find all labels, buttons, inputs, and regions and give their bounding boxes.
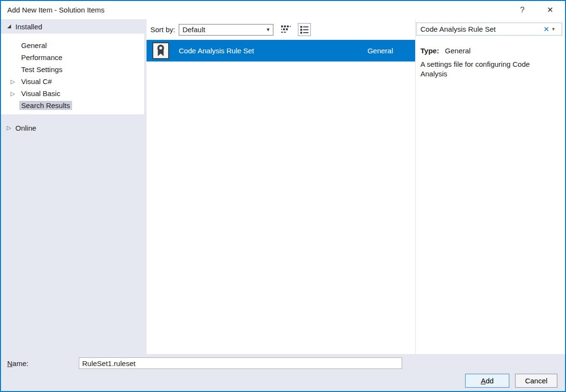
sidebar-item-visual-csharp[interactable]: ▷ Visual C#: [1, 75, 144, 87]
type-row: Type: General: [420, 47, 562, 55]
list-view-icon: [300, 25, 309, 34]
file-name-input[interactable]: [79, 357, 402, 369]
type-value: General: [445, 47, 470, 55]
footer-bar: Name: Add Cancel: [1, 354, 565, 391]
name-label-rest: ame:: [12, 359, 28, 368]
installed-label: Installed: [15, 23, 42, 31]
search-box: ✕ ▾: [416, 23, 562, 36]
collapsed-triangle-icon[interactable]: ▷: [7, 124, 13, 131]
list-view-button[interactable]: [298, 23, 311, 36]
sidebar-item-search-results[interactable]: Search Results: [1, 99, 144, 111]
sidebar-item-general[interactable]: General: [1, 39, 144, 51]
online-label: Online: [15, 124, 36, 132]
close-button[interactable]: ✕: [542, 4, 558, 16]
template-category-badge: General: [368, 47, 393, 55]
certificate-icon: [152, 42, 169, 59]
expanded-triangle-icon: [7, 24, 13, 29]
search-dropdown-icon[interactable]: ▾: [552, 26, 562, 32]
name-label-mnemonic: N: [7, 359, 12, 368]
type-label: Type:: [420, 47, 439, 55]
sidebar-item-installed[interactable]: Installed: [1, 19, 147, 34]
sort-by-value: Default: [183, 25, 267, 34]
collapsed-triangle-icon[interactable]: ▷: [11, 78, 19, 85]
sidebar-item-visual-basic[interactable]: ▷ Visual Basic: [1, 87, 144, 99]
grid-view-button[interactable]: [279, 23, 292, 36]
add-button-mnemonic: A: [481, 377, 486, 385]
sort-by-dropdown[interactable]: Default ▾: [179, 24, 273, 36]
template-description: A settings file for configuring Code Ana…: [420, 60, 545, 79]
help-button[interactable]: ?: [514, 4, 530, 16]
add-button-rest: dd: [486, 377, 494, 385]
chevron-down-icon: ▾: [267, 26, 270, 33]
template-name: Code Analysis Rule Set: [179, 47, 368, 55]
template-item-code-analysis-rule-set[interactable]: Code Analysis Rule Set General: [147, 40, 415, 61]
name-label: Name:: [7, 359, 28, 368]
title-bar: Add New Item - Solution Items ? ✕: [1, 1, 565, 19]
sort-by-label: Sort by:: [150, 25, 175, 34]
sidebar-item-online[interactable]: ▷ Online: [1, 121, 147, 135]
sidebar-item-test-settings[interactable]: Test Settings: [1, 63, 144, 75]
template-category-sidebar: Installed General Performance Test Setti…: [1, 19, 147, 354]
sort-toolbar: Sort by: Default ▾: [147, 19, 415, 40]
add-button[interactable]: Add: [465, 374, 509, 388]
grid-view-icon: [281, 25, 291, 34]
dialog-body: Installed General Performance Test Setti…: [1, 19, 565, 354]
collapsed-triangle-icon[interactable]: ▷: [11, 90, 19, 97]
installed-tree-panel: General Performance Test Settings ▷ Visu…: [1, 34, 144, 114]
dialog-title: Add New Item - Solution Items: [7, 6, 105, 14]
clear-search-icon[interactable]: ✕: [541, 25, 552, 34]
add-new-item-dialog: Add New Item - Solution Items ? ✕ Instal…: [0, 0, 566, 392]
sidebar-item-performance[interactable]: Performance: [1, 51, 144, 63]
cancel-button[interactable]: Cancel: [515, 374, 557, 388]
details-panel: ✕ ▾ Type: General A settings file for co…: [415, 19, 565, 354]
search-input[interactable]: [417, 25, 541, 33]
template-list-column: Sort by: Default ▾: [147, 19, 415, 354]
